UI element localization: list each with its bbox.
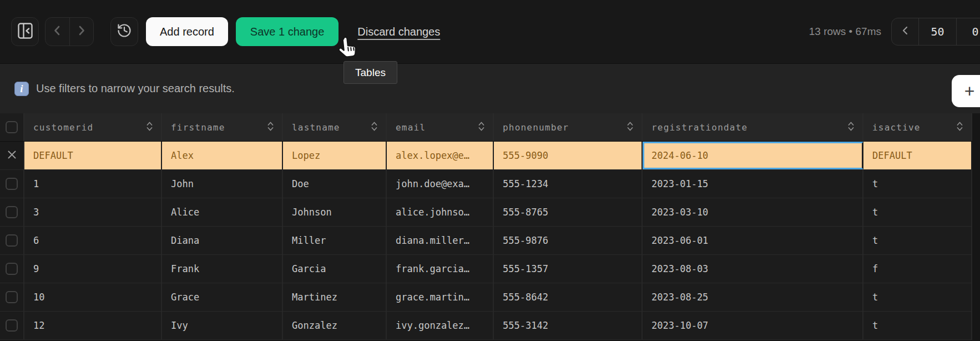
cell-firstname[interactable]: John: [162, 170, 283, 198]
cell-email[interactable]: grace.martin…: [387, 283, 494, 311]
chevron-left-icon: [53, 25, 62, 38]
cell-customerid[interactable]: DEFAULT: [24, 142, 162, 169]
query-history-button[interactable]: [110, 17, 138, 46]
column-label: isactive: [872, 122, 921, 133]
column-label: customerid: [33, 122, 93, 133]
cell-lastname[interactable]: Johnson: [283, 198, 387, 226]
table-row: 6 Diana Miller diana.miller… 555-9876 20…: [0, 227, 972, 255]
cell-lastname[interactable]: Martinez: [283, 283, 387, 311]
table-row: 12 Ivy Gonzalez ivy.gonzalez… 555-3142 2…: [0, 312, 972, 340]
history-clock-icon: [117, 23, 132, 41]
cell-lastname[interactable]: Lopez: [283, 142, 387, 169]
row-checkbox[interactable]: [6, 319, 18, 332]
remove-pending-row-cell[interactable]: [0, 142, 24, 169]
cell-registrationdate[interactable]: 2023-08-25: [643, 283, 863, 311]
column-header-customerid[interactable]: customerid: [24, 113, 162, 141]
cell-email[interactable]: ivy.gonzalez…: [387, 312, 494, 339]
discard-changes-link[interactable]: Discard changes: [357, 26, 440, 38]
cell-email[interactable]: diana.miller…: [387, 227, 494, 254]
column-label: lastname: [292, 122, 340, 133]
column-header-isactive[interactable]: isactive: [863, 113, 972, 141]
cell-isactive[interactable]: t: [863, 283, 972, 311]
cell-firstname[interactable]: Alex: [162, 142, 283, 169]
cell-registrationdate-selected[interactable]: 2024-06-10: [643, 142, 863, 169]
cell-firstname[interactable]: Frank: [162, 255, 283, 283]
cell-isactive[interactable]: t: [863, 170, 972, 198]
cell-customerid[interactable]: 6: [24, 227, 162, 254]
column-header-firstname[interactable]: firstname: [162, 113, 283, 141]
cell-registrationdate[interactable]: 2023-10-07: [643, 312, 863, 339]
column-header-phonenumber[interactable]: phonenumber: [494, 113, 643, 141]
row-checkbox[interactable]: [6, 263, 18, 275]
row-select-cell: [0, 312, 24, 339]
cell-registrationdate[interactable]: 2023-06-01: [643, 227, 863, 254]
history-nav-group: [45, 17, 94, 46]
column-label: firstname: [171, 122, 225, 133]
page-size-input[interactable]: 50: [918, 18, 956, 45]
table-row: 9 Frank Garcia frank.garcia… 555-1357 20…: [0, 255, 972, 283]
cell-phonenumber[interactable]: 555-3142: [494, 312, 643, 339]
row-checkbox[interactable]: [6, 178, 18, 190]
filter-hint-text: Use filters to narrow your search result…: [36, 82, 235, 95]
cell-firstname[interactable]: Ivy: [162, 312, 283, 339]
toggle-sidebar-button[interactable]: [11, 17, 39, 46]
forward-button[interactable]: [69, 18, 94, 46]
cell-email[interactable]: john.doe@exa…: [387, 170, 494, 198]
cell-isactive[interactable]: t: [863, 198, 972, 226]
cell-firstname[interactable]: Diana: [162, 227, 283, 254]
cell-registrationdate[interactable]: 2023-08-03: [643, 255, 863, 283]
panel-left-collapse-icon: [18, 23, 33, 41]
page-offset-input[interactable]: 0: [956, 18, 980, 45]
cell-lastname[interactable]: Miller: [283, 227, 387, 254]
cell-lastname[interactable]: Gonzalez: [283, 312, 387, 339]
previous-page-button[interactable]: [892, 18, 918, 45]
cell-customerid[interactable]: 9: [24, 255, 162, 283]
cell-phonenumber[interactable]: 555-8642: [494, 283, 643, 311]
cell-registrationdate[interactable]: 2023-01-15: [643, 170, 863, 198]
column-label: registrationdate: [651, 122, 747, 133]
cell-isactive[interactable]: f: [863, 255, 972, 283]
row-select-cell: [0, 255, 24, 283]
column-header-lastname[interactable]: lastname: [283, 113, 387, 141]
row-select-cell: [0, 198, 24, 226]
cell-customerid[interactable]: 12: [24, 312, 162, 339]
cell-lastname[interactable]: Doe: [283, 170, 387, 198]
sort-chevrons-icon: [477, 121, 486, 134]
cell-firstname[interactable]: Alice: [162, 198, 283, 226]
sort-chevrons-icon: [626, 121, 634, 134]
toolbar: Add record Save 1 change Discard changes…: [0, 0, 980, 63]
cell-customerid[interactable]: 3: [24, 198, 162, 226]
cell-email[interactable]: alice.johnso…: [387, 198, 494, 226]
column-header-registrationdate[interactable]: registrationdate: [643, 113, 863, 141]
cell-lastname[interactable]: Garcia: [283, 255, 387, 283]
add-filter-button[interactable]: +: [952, 75, 980, 107]
cell-isactive[interactable]: DEFAULT: [863, 142, 972, 169]
filter-bar: i Use filters to narrow your search resu…: [0, 63, 980, 113]
row-checkbox[interactable]: [6, 234, 18, 247]
sort-chevrons-icon: [370, 121, 378, 134]
cell-registrationdate[interactable]: 2023-03-10: [643, 198, 863, 226]
table-header-row: customerid firstname lastname email phon…: [0, 113, 972, 142]
cell-firstname[interactable]: Grace: [162, 283, 283, 311]
column-label: email: [396, 122, 426, 133]
cell-phonenumber[interactable]: 555-9090: [494, 142, 643, 169]
cell-email[interactable]: alex.lopex@e…: [387, 142, 494, 169]
select-all-checkbox[interactable]: [6, 121, 18, 133]
cell-customerid[interactable]: 10: [24, 283, 162, 311]
cell-isactive[interactable]: t: [863, 227, 972, 254]
save-changes-button[interactable]: Save 1 change: [236, 17, 339, 46]
row-select-cell: [0, 283, 24, 311]
cell-phonenumber[interactable]: 555-8765: [494, 198, 643, 226]
sort-chevrons-icon: [847, 121, 855, 134]
cell-phonenumber[interactable]: 555-1357: [494, 255, 643, 283]
column-header-email[interactable]: email: [387, 113, 494, 141]
cell-phonenumber[interactable]: 555-9876: [494, 227, 643, 254]
cell-customerid[interactable]: 1: [24, 170, 162, 198]
back-button[interactable]: [46, 18, 69, 46]
cell-isactive[interactable]: t: [863, 312, 972, 339]
row-checkbox[interactable]: [6, 206, 18, 218]
cell-email[interactable]: frank.garcia…: [387, 255, 494, 283]
row-checkbox[interactable]: [6, 291, 18, 303]
add-record-button[interactable]: Add record: [146, 17, 228, 46]
cell-phonenumber[interactable]: 555-1234: [494, 170, 643, 198]
